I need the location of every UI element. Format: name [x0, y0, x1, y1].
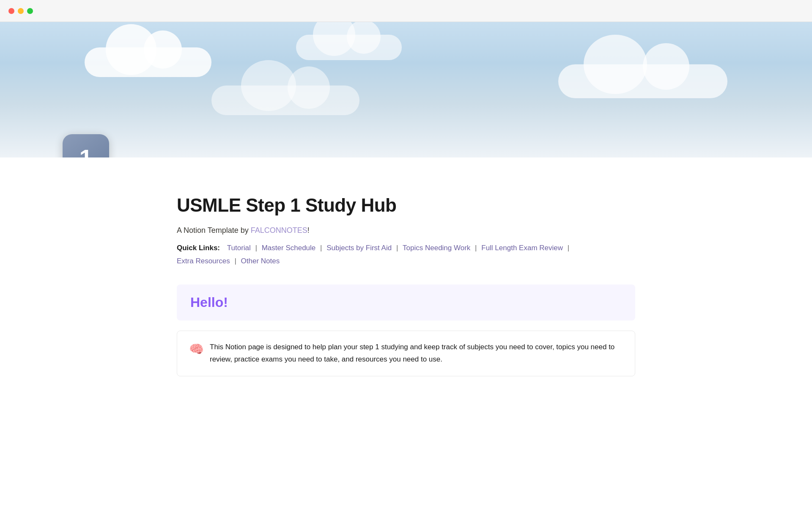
template-prefix: A Notion Template by: [177, 226, 251, 235]
cloud-decoration-1: [85, 47, 211, 77]
hello-title: Hello!: [190, 295, 622, 310]
cloud-decoration-2: [558, 64, 727, 98]
sep-4: |: [475, 244, 479, 252]
sep-2: |: [320, 244, 324, 252]
info-box: 🧠 This Notion page is designed to help p…: [177, 331, 635, 376]
info-box-content: 🧠 This Notion page is designed to help p…: [189, 341, 623, 366]
quick-links-line: Quick Links: Tutorial | Master Schedule …: [177, 242, 635, 268]
info-text: This Notion page is designed to help pla…: [210, 341, 623, 366]
sep-3: |: [396, 244, 400, 252]
info-icon: 🧠: [189, 342, 204, 356]
hello-section: Hello!: [177, 284, 635, 320]
quick-link-full-length-exam-review[interactable]: Full Length Exam Review: [481, 244, 563, 252]
quick-link-other-notes[interactable]: Other Notes: [241, 257, 280, 265]
brand-link[interactable]: FALCONNOTES: [251, 226, 307, 235]
brand-suffix: !: [307, 226, 310, 235]
main-content: USMLE Step 1 Study Hub A Notion Template…: [114, 157, 698, 376]
minimize-button[interactable]: [18, 8, 24, 14]
titlebar: [0, 0, 812, 22]
sep-6: |: [234, 257, 238, 265]
quick-link-topics-needing-work[interactable]: Topics Needing Work: [403, 244, 470, 252]
cloud-decoration-3: [296, 35, 402, 60]
page-icon: 1: [63, 134, 109, 157]
sep-5: |: [568, 244, 569, 252]
content-body: USMLE Step 1 Study Hub A Notion Template…: [177, 157, 635, 376]
maximize-button[interactable]: [27, 8, 33, 14]
sep-1: |: [255, 244, 259, 252]
cloud-decoration-4: [211, 86, 359, 115]
template-by-line: A Notion Template by FALCONNOTES!: [177, 226, 635, 235]
page-title: USMLE Step 1 Study Hub: [177, 195, 635, 216]
quick-link-tutorial[interactable]: Tutorial: [227, 244, 251, 252]
quick-links-label: Quick Links:: [177, 244, 220, 252]
hero-banner: 1: [0, 22, 812, 157]
close-button[interactable]: [8, 8, 14, 14]
quick-link-extra-resources[interactable]: Extra Resources: [177, 257, 230, 265]
quick-link-master-schedule[interactable]: Master Schedule: [262, 244, 316, 252]
quick-link-subjects-by-first-aid[interactable]: Subjects by First Aid: [326, 244, 392, 252]
